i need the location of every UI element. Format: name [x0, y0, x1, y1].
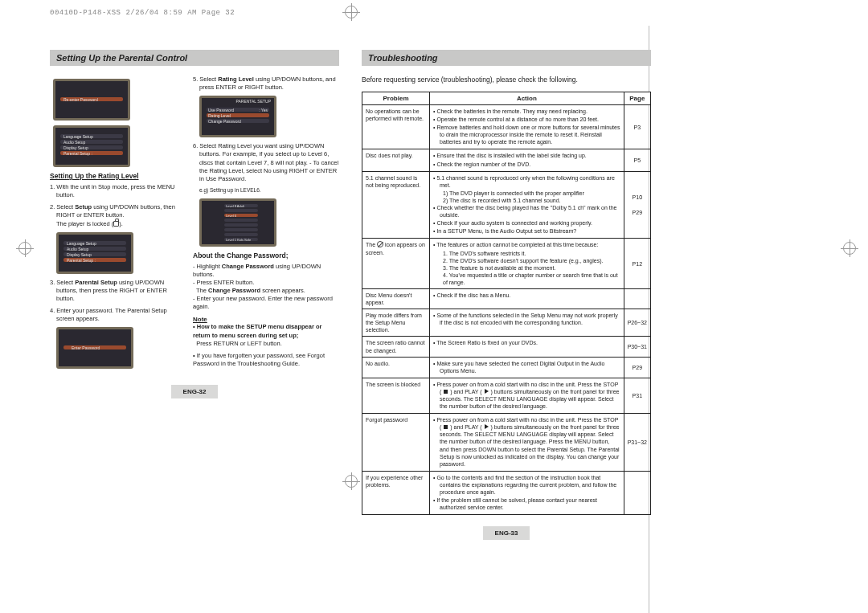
action-cell: The features or action cannot be complet… — [430, 239, 624, 289]
page-ref-cell: P31~32 — [624, 414, 650, 472]
step-1: 1. With the unit in Stop mode, press the… — [50, 183, 185, 199]
table-row: If you experience other problems.Go to t… — [362, 471, 651, 514]
step-5: 5. Select Rating Level using UP/DOWN but… — [193, 76, 339, 92]
problem-cell: Disc Menu doesn't appear. — [362, 288, 430, 309]
step-2: 2. Select Setup using UP/DOWN buttons, t… — [50, 203, 185, 227]
page-ref-cell: P29 — [624, 357, 650, 378]
action-cell: Press power on from a cold start with no… — [430, 378, 624, 413]
problem-cell: The screen ratio cannot be changed. — [362, 337, 430, 357]
th-problem: Problem — [362, 92, 430, 105]
page-ref-cell: P31 — [624, 378, 650, 413]
problem-cell: Forgot password — [362, 414, 430, 472]
screenshot-setup-menu-1: Language Setup Audio Setup Display Setup… — [53, 125, 130, 167]
page-ref-cell: P10P29 — [624, 171, 650, 239]
note-line-2: • If you have forgotten your password, s… — [193, 352, 339, 368]
page-left: Setting Up the Parental Control Re-enter… — [50, 50, 339, 540]
th-page: Page — [624, 92, 650, 105]
play-icon — [485, 424, 489, 429]
page-ref-cell — [624, 288, 650, 309]
stop-icon — [444, 425, 448, 429]
registration-mark-top — [342, 3, 360, 21]
screenshot-setup-menu-2: Language Setup Audio Setup Display Setup… — [56, 232, 133, 274]
action-cell: The Screen Ratio is fixed on your DVDs. — [430, 337, 624, 357]
table-row: No operations can be performed with remo… — [362, 105, 651, 149]
problem-cell: The screen is blocked — [362, 378, 430, 413]
table-row: The screen is blockedPress power on from… — [362, 378, 651, 413]
screenshot-reenter-password: Re-enter Password — [53, 79, 130, 121]
table-row: Disc does not play.Ensure that the disc … — [362, 149, 651, 171]
page-number-right: ENG-33 — [483, 526, 530, 540]
table-row: The screen ratio cannot be changed.The S… — [362, 337, 651, 357]
problem-cell: No audio. — [362, 357, 430, 378]
problem-cell: The icon appears on screen. — [362, 239, 430, 289]
problem-cell: If you experience other problems. — [362, 471, 430, 514]
page-ref-cell: P5 — [624, 149, 650, 171]
action-cell: Ensure that the disc is installed with t… — [430, 149, 624, 171]
table-row: Disc Menu doesn't appear.Check if the di… — [362, 288, 651, 309]
action-cell: Go to the contents and find the section … — [430, 471, 624, 514]
section-title-troubleshooting: Troubleshooting — [362, 50, 651, 66]
page-ref-cell — [624, 471, 650, 514]
note-heading: Note — [193, 316, 339, 323]
level-caption: e.g) Setting up in LEVEL6. — [193, 187, 339, 194]
troubleshooting-table: Problem Action Page No operations can be… — [362, 92, 651, 515]
page-ref-cell: P26~32 — [624, 309, 650, 337]
page-ref-cell: P12 — [624, 239, 650, 289]
page-ref-cell: P3 — [624, 105, 650, 149]
page-spread: Setting Up the Parental Control Re-enter… — [50, 50, 653, 540]
page-ref-cell: P30~31 — [624, 337, 650, 357]
subheading-rating-level: Setting Up the Rating Level — [50, 172, 185, 180]
play-icon — [485, 389, 489, 394]
section-title-parental: Setting Up the Parental Control — [50, 50, 339, 66]
action-cell: Check the batteries in the remote. They … — [430, 105, 624, 149]
action-cell: Make sure you have selected the correct … — [430, 357, 624, 378]
table-row: Forgot passwordPress power on from a col… — [362, 414, 651, 472]
prohibit-icon — [377, 241, 383, 247]
about-change-password-head: About the Change Password; — [193, 251, 339, 260]
action-cell: Press power on from a cold start with no… — [430, 414, 624, 472]
step-3: 3. Select Parental Setup using UP/DOWN b… — [50, 279, 185, 303]
registration-mark-right — [841, 239, 858, 257]
table-row: Play mode differs from the Setup Menu se… — [362, 309, 651, 337]
step-4: 4. Enter your password. The Parental Set… — [50, 307, 185, 323]
problem-cell: Play mode differs from the Setup Menu se… — [362, 309, 430, 337]
screenshot-levels: Level 8 Adult Level 6 Level 1 Kids Safe — [199, 198, 276, 247]
stop-icon — [444, 390, 448, 394]
page-number-left: ENG-32 — [171, 385, 218, 398]
step-6: 6. Select Rating Level you want using UP… — [193, 142, 339, 183]
action-cell: Check if the disc has a Menu. — [430, 288, 624, 309]
screenshot-enter-password: Enter Password — [56, 327, 133, 369]
note-line-1: • How to make the SETUP menu disappear o… — [193, 323, 339, 347]
troubleshooting-intro: Before requesting service (troubleshooti… — [362, 76, 651, 84]
screenshot-parental-setup: PARENTAL SETUP Use Password : Yes Rating… — [199, 96, 276, 137]
action-cell: Some of the functions selected in the Se… — [430, 309, 624, 337]
table-row: 5.1 channel sound is not being reproduce… — [362, 171, 651, 239]
table-row: The icon appears on screen.The features … — [362, 239, 651, 289]
problem-cell: Disc does not play. — [362, 149, 430, 171]
print-header: 00410D-P148-XSS 2/26/04 8:59 AM Page 32 — [50, 9, 235, 17]
about-line-1: - Highlight Change Password using UP/DOW… — [193, 263, 339, 312]
lock-icon — [113, 221, 119, 227]
problem-cell: No operations can be performed with remo… — [362, 105, 430, 149]
registration-mark-left — [16, 239, 34, 257]
page-right: Troubleshooting Before requesting servic… — [362, 50, 651, 540]
problem-cell: 5.1 channel sound is not being reproduce… — [362, 171, 430, 239]
table-row: No audio.Make sure you have selected the… — [362, 357, 651, 378]
th-action: Action — [430, 92, 624, 105]
action-cell: 5.1 channel sound is reproduced only whe… — [430, 171, 624, 239]
